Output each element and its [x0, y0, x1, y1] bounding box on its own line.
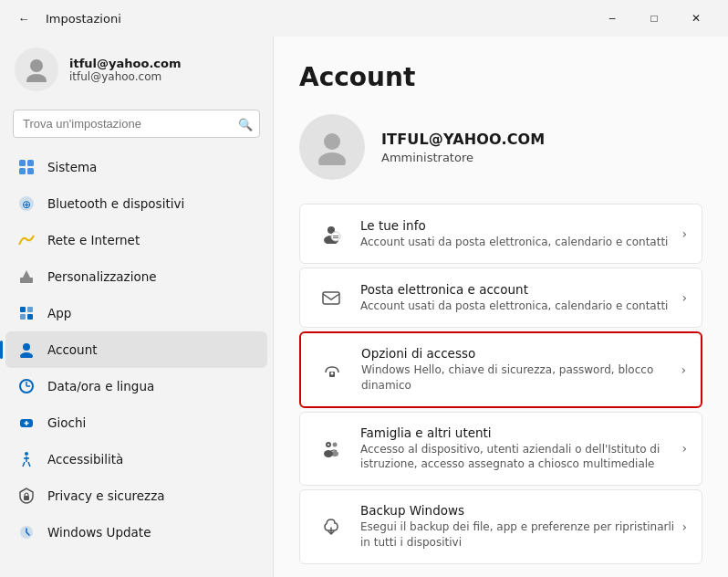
- backup-icon: [315, 510, 348, 543]
- app-title: Impostazioni: [46, 12, 121, 26]
- tue-info-icon: =: [315, 217, 348, 250]
- windowsupdate-icon: [16, 522, 36, 542]
- account-icon: [16, 340, 36, 360]
- rete-icon: [16, 230, 36, 250]
- app-icon: [16, 303, 36, 323]
- sidebar-item-personalizzazione[interactable]: Personalizzazione: [5, 258, 267, 295]
- avatar: [15, 47, 58, 91]
- svg-rect-2: [19, 160, 26, 166]
- setting-desc-backup: Esegui il backup dei file, app e prefere…: [360, 519, 681, 551]
- opzioni-accesso-icon: [316, 353, 348, 386]
- svg-text:⊕: ⊕: [22, 198, 31, 211]
- svg-rect-30: [323, 292, 339, 304]
- maximize-button[interactable]: □: [633, 4, 675, 33]
- svg-rect-8: [20, 278, 33, 283]
- svg-rect-3: [27, 160, 34, 166]
- sidebar-item-dataora[interactable]: Data/ora e lingua: [5, 368, 267, 404]
- svg-point-0: [30, 59, 43, 72]
- svg-point-34: [333, 443, 338, 447]
- svg-point-14: [20, 352, 33, 358]
- user-email-sub: itful@yahoo.com: [69, 70, 182, 83]
- user-info: itful@yahoo.com itful@yahoo.com: [69, 57, 182, 83]
- svg-point-1: [26, 74, 47, 82]
- chevron-right-icon: ›: [681, 441, 687, 456]
- svg-point-13: [23, 343, 30, 351]
- sidebar-item-label: Rete e Internet: [47, 233, 140, 247]
- sidebar-item-sistema[interactable]: Sistema: [5, 149, 267, 185]
- setting-item-backup[interactable]: Backup Windows Esegui il backup dei file…: [299, 489, 702, 564]
- svg-rect-5: [27, 168, 34, 174]
- svg-point-21: [25, 452, 28, 456]
- search-box[interactable]: 🔍: [13, 110, 260, 138]
- sidebar-item-app[interactable]: App: [5, 295, 267, 331]
- settings-list: = Le tue info Account usati da posta ele…: [299, 204, 702, 566]
- svg-rect-9: [20, 307, 26, 312]
- setting-title-posta: Posta elettronica e account: [360, 282, 681, 297]
- search-input[interactable]: [13, 110, 260, 138]
- user-profile[interactable]: itful@yahoo.com itful@yahoo.com: [0, 37, 273, 106]
- setting-title-tue-info: Le tue info: [360, 218, 681, 233]
- nav-list: Sistema ⊕ Bluetooth e dispositivi Rete e…: [0, 149, 273, 566]
- giochi-icon: [16, 413, 36, 433]
- svg-point-25: [318, 152, 346, 165]
- content-area: Account ITFUL@YAHOO.COM Amministratore =…: [274, 37, 728, 577]
- sidebar-item-label: Personalizzazione: [47, 269, 157, 284]
- svg-text:=: =: [332, 232, 339, 242]
- svg-point-36: [331, 451, 338, 456]
- svg-point-24: [324, 133, 340, 150]
- sidebar-item-privacy[interactable]: Privacy e sicurezza: [5, 477, 267, 514]
- bluetooth-icon: ⊕: [16, 194, 36, 214]
- privacy-icon: [16, 486, 36, 506]
- accessibilita-icon: [16, 449, 36, 469]
- main-container: itful@yahoo.com itful@yahoo.com 🔍 Sistem…: [0, 37, 728, 577]
- sidebar-item-rete[interactable]: Rete e Internet: [5, 222, 267, 258]
- profile-info: ITFUL@YAHOO.COM Amministratore: [381, 131, 545, 164]
- sidebar-item-label: Data/ora e lingua: [47, 379, 154, 393]
- sidebar-item-label: Sistema: [47, 160, 97, 174]
- setting-desc-opzioni-accesso: Windows Hello, chiave di sicurezza, pass…: [361, 362, 681, 393]
- famiglia-icon: [315, 432, 348, 465]
- svg-rect-22: [24, 496, 29, 500]
- search-icon: 🔍: [238, 117, 253, 131]
- personalizzazione-icon: [16, 267, 36, 287]
- svg-rect-4: [19, 168, 26, 174]
- sidebar-item-windowsupdate[interactable]: Windows Update: [5, 514, 267, 551]
- sidebar-item-label: Accessibilità: [47, 452, 123, 467]
- sidebar-item-label: Bluetooth e dispositivi: [47, 196, 184, 211]
- sidebar-item-giochi[interactable]: Giochi: [5, 404, 267, 441]
- profile-role: Amministratore: [381, 151, 545, 164]
- sistema-icon: [16, 157, 36, 177]
- setting-item-famiglia[interactable]: Famiglia e altri utenti Accesso al dispo…: [299, 412, 702, 487]
- setting-desc-posta: Account usati da posta elettronica, cale…: [360, 299, 681, 314]
- sidebar: itful@yahoo.com itful@yahoo.com 🔍 Sistem…: [0, 37, 274, 577]
- setting-item-opzioni-accesso[interactable]: Opzioni di accesso Windows Hello, chiave…: [299, 331, 702, 408]
- sidebar-item-label: App: [47, 306, 71, 320]
- page-title: Account: [299, 62, 702, 92]
- sidebar-item-account[interactable]: Account: [5, 331, 267, 368]
- sidebar-item-accessibilita[interactable]: Accessibilità: [5, 441, 267, 477]
- title-bar-left: ← Impostazioni: [11, 5, 121, 31]
- sidebar-item-label: Windows Update: [47, 525, 151, 540]
- svg-rect-11: [20, 314, 26, 320]
- profile-section: ITFUL@YAHOO.COM Amministratore: [299, 110, 702, 184]
- title-bar: ← Impostazioni – □ ✕: [0, 0, 728, 37]
- minimize-button[interactable]: –: [591, 4, 633, 33]
- sidebar-item-bluetooth[interactable]: ⊕ Bluetooth e dispositivi: [5, 185, 267, 222]
- svg-rect-12: [27, 314, 33, 320]
- chevron-right-icon: ›: [681, 226, 687, 241]
- chevron-right-icon: ›: [681, 362, 686, 377]
- close-button[interactable]: ✕: [675, 4, 717, 33]
- posta-icon: [315, 281, 348, 314]
- setting-title-opzioni-accesso: Opzioni di accesso: [361, 346, 681, 361]
- profile-avatar: [299, 114, 365, 180]
- setting-item-posta[interactable]: Posta elettronica e account Account usat…: [299, 268, 702, 328]
- window-controls: – □ ✕: [591, 4, 717, 33]
- sidebar-item-label: Account: [47, 342, 98, 357]
- setting-title-famiglia: Famiglia e altri utenti: [360, 425, 681, 440]
- setting-item-tue-info[interactable]: = Le tue info Account usati da posta ele…: [299, 204, 702, 264]
- dataora-icon: [16, 376, 36, 396]
- back-button[interactable]: ←: [11, 5, 36, 31]
- setting-title-backup: Backup Windows: [360, 503, 681, 518]
- user-email-main: itful@yahoo.com: [69, 57, 182, 70]
- chevron-right-icon: ›: [681, 519, 687, 534]
